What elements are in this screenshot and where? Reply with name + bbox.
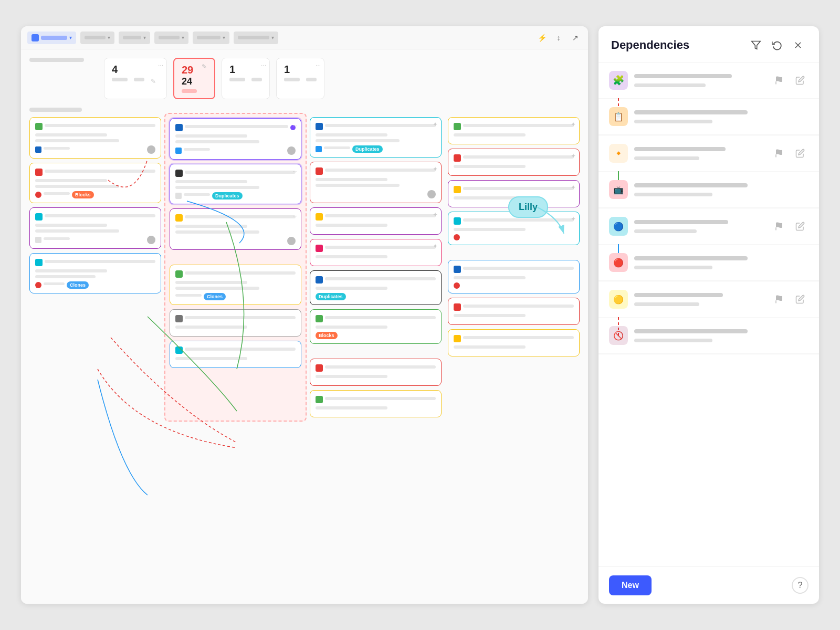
kanban-wrapper: Blocks	[29, 117, 580, 417]
dep-edit-btn-2a[interactable]	[792, 145, 808, 162]
toolbar-filter[interactable]: ▾	[154, 32, 188, 44]
card-more-3-1[interactable]: ✦	[433, 121, 438, 128]
dep-app-icon-3b: 🔴	[609, 253, 628, 272]
card-more-4-4[interactable]: ✦	[571, 215, 576, 223]
dep-row-3-b: 🔴	[598, 245, 819, 281]
dep-flag-btn-2a[interactable]	[771, 145, 788, 162]
dep-divider-4	[598, 354, 819, 354]
card-2-bottom-3[interactable]	[170, 341, 301, 368]
card-2-2[interactable]: ··· Duplicates	[170, 164, 301, 204]
toolbar-view[interactable]: ▾	[119, 32, 150, 44]
stats-row: ··· 4 ✎ 29 24 ✎ ··· 1	[29, 58, 580, 99]
sort-action[interactable]: ↕	[552, 32, 565, 44]
dependencies-panel: Dependencies	[598, 26, 819, 604]
stat-more-1[interactable]: ···	[158, 61, 163, 69]
deps-filter-btn[interactable]	[748, 37, 764, 54]
stat-value-3: 1	[229, 64, 262, 76]
dep-edit-btn-1a[interactable]	[792, 72, 808, 89]
dep-actions-2a	[771, 145, 808, 162]
deps-content: 🧩	[598, 62, 819, 566]
card-3-2[interactable]: ✦	[310, 162, 442, 203]
dep-flag-btn-1a[interactable]	[771, 72, 788, 89]
dep-row-4-b: 🚫	[598, 318, 819, 354]
card-more-2-2[interactable]: ···	[292, 167, 298, 175]
card-3-3[interactable]: ✦	[310, 207, 442, 235]
board-content: ··· 4 ✎ 29 24 ✎ ··· 1	[21, 49, 588, 604]
card-2-bottom-2[interactable]	[170, 309, 301, 337]
stat-value-highlighted-2: 24	[182, 76, 192, 87]
dep-app-icon-2a: 🔸	[609, 144, 628, 163]
dep-info-2b	[634, 183, 808, 196]
toolbar-sort[interactable]: ▾	[193, 32, 229, 44]
stat-card-1: ··· 4 ✎	[104, 58, 167, 99]
card-more-3-3[interactable]: ✦	[433, 211, 438, 218]
dep-row-1-a: 🧩	[598, 62, 819, 99]
card-4-bottom-1[interactable]	[448, 260, 580, 293]
card-4-2[interactable]: ✦	[448, 149, 580, 176]
toolbar-options[interactable]: ▾	[234, 32, 278, 44]
card-more-2-3[interactable]: ···	[292, 212, 298, 219]
dep-row-4-a: 🟡	[598, 281, 819, 318]
card-more-3-4[interactable]: ✦	[433, 243, 438, 250]
card-3-4[interactable]: ✦	[310, 239, 442, 266]
card-3-bottom-2[interactable]	[310, 390, 442, 417]
card-more-4-1[interactable]: ✦	[571, 121, 576, 128]
stat-more-3[interactable]: ···	[261, 61, 266, 69]
stat-card-3: ··· 1	[222, 58, 270, 99]
card-more-4-3[interactable]: ✦	[571, 184, 576, 191]
dep-actions-4a	[771, 291, 808, 308]
dep-app-icon-1b: 📋	[609, 107, 628, 126]
card-1-4[interactable]: Clones	[29, 253, 161, 293]
dep-edit-btn-3a[interactable]	[792, 218, 808, 235]
share-action[interactable]: ↗	[569, 32, 582, 44]
dep-row-3-a: 🔵	[598, 208, 819, 245]
card-3-bottom-1[interactable]	[310, 359, 442, 386]
dep-group-3: 🔵	[598, 208, 819, 281]
card-3-1[interactable]: ✦ Duplicates	[310, 117, 442, 158]
edit-icon-2[interactable]: ✎	[202, 63, 210, 71]
card-1-1[interactable]	[29, 117, 161, 159]
deps-refresh-btn[interactable]	[769, 37, 785, 54]
dep-edit-btn-4a[interactable]	[792, 291, 808, 308]
dep-app-icon-3a: 🔵	[609, 217, 628, 236]
card-more-4-2[interactable]: ✦	[571, 152, 576, 160]
toolbar-groupby[interactable]: ▾	[80, 32, 114, 44]
card-1-2[interactable]: Blocks	[29, 163, 161, 203]
edit-icon-1[interactable]: ✎	[151, 78, 159, 86]
card-4-4[interactable]: ✦	[448, 212, 580, 245]
dep-flag-btn-3a[interactable]	[771, 218, 788, 235]
blocks-badge-3-6: Blocks	[316, 332, 338, 339]
card-1-3[interactable]	[29, 207, 161, 249]
help-button[interactable]: ?	[792, 577, 808, 594]
card-4-bottom-2[interactable]	[448, 298, 580, 325]
stat-card-4: ··· 1	[276, 58, 324, 99]
section-label-main	[29, 108, 82, 112]
card-2-bottom-1[interactable]: Clones	[170, 265, 301, 305]
dep-row-2-a: 🔸	[598, 135, 819, 172]
stat-card-highlighted: 29 24 ✎	[173, 58, 215, 99]
dep-info-2a	[634, 147, 764, 160]
dep-actions-3a	[771, 218, 808, 235]
dep-row-2-b: 📺	[598, 172, 819, 208]
deps-title: Dependencies	[611, 38, 743, 52]
card-4-1[interactable]: ✦	[448, 117, 580, 144]
stat-more-4[interactable]: ···	[316, 61, 321, 69]
card-more-2-1[interactable]: ···	[292, 122, 298, 129]
card-4-bottom-3[interactable]	[448, 329, 580, 356]
card-more-3-2[interactable]: ✦	[433, 165, 438, 173]
project-icon	[32, 34, 39, 41]
kanban-col-4: ✦ ✦	[448, 117, 580, 417]
filter-action[interactable]: ⚡	[536, 32, 548, 44]
card-3-6[interactable]: Blocks	[310, 309, 442, 344]
card-2-1[interactable]: ···	[170, 118, 301, 160]
dep-actions-1a	[771, 72, 808, 89]
deps-close-btn[interactable]	[790, 37, 806, 54]
card-2-3[interactable]: ···	[170, 208, 301, 250]
stat-value-4: 1	[284, 64, 317, 76]
card-4-3[interactable]: ✦	[448, 180, 580, 207]
dep-flag-btn-4a[interactable]	[771, 291, 788, 308]
card-3-5[interactable]: Duplicates	[310, 270, 442, 305]
toolbar-project[interactable]: ▾	[27, 32, 76, 44]
dep-group-2: 🔸	[598, 135, 819, 208]
new-button[interactable]: New	[609, 575, 652, 595]
